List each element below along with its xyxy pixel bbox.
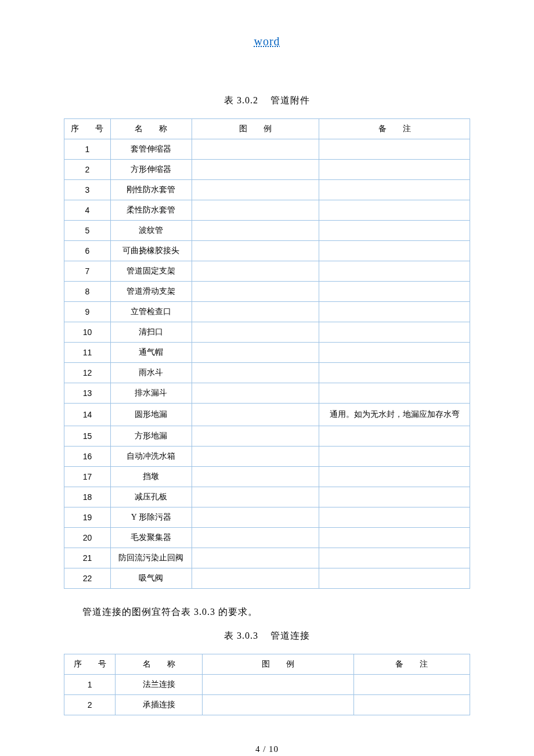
cell-note — [319, 528, 470, 548]
cell-note — [319, 363, 470, 383]
cell-num: 15 — [64, 426, 111, 447]
table-row: 6可曲挠橡胶接头 — [64, 241, 470, 261]
table-row: 18减压孔板 — [64, 487, 470, 507]
cell-num: 18 — [64, 487, 111, 507]
cell-num: 5 — [64, 221, 111, 241]
cell-name: 毛发聚集器 — [110, 528, 192, 548]
header-note: 备 注 — [319, 119, 470, 139]
cell-name: 挡墩 — [110, 467, 192, 487]
cell-note — [319, 383, 470, 404]
cell-figure — [192, 404, 319, 426]
header-num: 序 号 — [64, 119, 111, 139]
cell-note — [353, 695, 470, 715]
table-row: 1法兰连接 — [64, 675, 470, 695]
cell-num: 19 — [64, 507, 111, 528]
table-row: 10清扫口 — [64, 322, 470, 343]
cell-note — [353, 675, 470, 695]
cell-note — [319, 139, 470, 160]
table-row: 2承插连接 — [64, 695, 470, 715]
cell-name: 清扫口 — [110, 322, 192, 343]
cell-figure — [192, 528, 319, 548]
cell-name: 通气帽 — [110, 343, 192, 363]
cell-num: 8 — [64, 282, 111, 302]
cell-num: 3 — [64, 180, 111, 200]
cell-num: 1 — [64, 139, 111, 160]
table-header-row: 序 号 名 称 图 例 备 注 — [64, 654, 470, 675]
cell-num: 13 — [64, 383, 111, 404]
cell-name: 吸气阀 — [110, 568, 192, 589]
cell-note — [319, 221, 470, 241]
header-note: 备 注 — [353, 654, 470, 675]
cell-num: 1 — [64, 675, 116, 695]
cell-num: 16 — [64, 447, 111, 467]
table-row: 12雨水斗 — [64, 363, 470, 383]
table-row: 13排水漏斗 — [64, 383, 470, 404]
cell-num: 14 — [64, 404, 111, 426]
cell-note — [319, 548, 470, 568]
cell-figure — [192, 282, 319, 302]
cell-note — [319, 160, 470, 180]
header-name: 名 称 — [110, 119, 192, 139]
cell-name: 管道固定支架 — [110, 261, 192, 282]
table-row: 17挡墩 — [64, 467, 470, 487]
table-1-caption: 管道附件 — [270, 95, 310, 105]
cell-note — [319, 467, 470, 487]
cell-name: 管道滑动支架 — [110, 282, 192, 302]
cell-num: 2 — [64, 695, 116, 715]
table-row: 3刚性防水套管 — [64, 180, 470, 200]
table-row: 14圆形地漏通用。如为无水封，地漏应加存水弯 — [64, 404, 470, 426]
cell-num: 21 — [64, 548, 111, 568]
table-row: 7管道固定支架 — [64, 261, 470, 282]
cell-figure — [192, 568, 319, 589]
cell-figure — [203, 675, 353, 695]
table-row: 15方形地漏 — [64, 426, 470, 447]
cell-num: 12 — [64, 363, 111, 383]
cell-num: 2 — [64, 160, 111, 180]
header-fig: 图 例 — [192, 119, 319, 139]
cell-figure — [192, 363, 319, 383]
table-row: 9立管检查口 — [64, 302, 470, 322]
header-link-text[interactable]: word — [254, 35, 280, 48]
cell-name: 刚性防水套管 — [110, 180, 192, 200]
cell-figure — [192, 548, 319, 568]
cell-name: 雨水斗 — [110, 363, 192, 383]
cell-num: 17 — [64, 467, 111, 487]
table-pipe-attachments: 序 号 名 称 图 例 备 注 1套管伸缩器2方形伸缩器3刚性防水套管4柔性防水… — [64, 118, 470, 589]
cell-figure — [192, 487, 319, 507]
table-row: 2方形伸缩器 — [64, 160, 470, 180]
cell-num: 22 — [64, 568, 111, 589]
cell-name: 套管伸缩器 — [110, 139, 192, 160]
cell-name: 法兰连接 — [116, 675, 203, 695]
cell-note — [319, 302, 470, 322]
cell-name: 立管检查口 — [110, 302, 192, 322]
cell-name: 减压孔板 — [110, 487, 192, 507]
cell-name: 圆形地漏 — [110, 404, 192, 426]
cell-figure — [192, 302, 319, 322]
cell-num: 4 — [64, 200, 111, 221]
cell-name: 波纹管 — [110, 221, 192, 241]
cell-name: 可曲挠橡胶接头 — [110, 241, 192, 261]
cell-note — [319, 568, 470, 589]
table-row: 11通气帽 — [64, 343, 470, 363]
cell-figure — [192, 180, 319, 200]
cell-note — [319, 180, 470, 200]
table-1-number: 表 3.0.2 — [224, 95, 258, 105]
cell-num: 10 — [64, 322, 111, 343]
table-row: 22吸气阀 — [64, 568, 470, 589]
cell-figure — [192, 322, 319, 343]
cell-figure — [192, 383, 319, 404]
table-1-title: 表 3.0.2 管道附件 — [0, 95, 534, 107]
table-row: 1套管伸缩器 — [64, 139, 470, 160]
table-pipe-connection: 序 号 名 称 图 例 备 注 1法兰连接2承插连接 — [64, 654, 470, 715]
cell-figure — [192, 261, 319, 282]
cell-figure — [192, 200, 319, 221]
cell-note — [319, 261, 470, 282]
mid-paragraph: 管道连接的图例宜符合表 3.0.3 的要求。 — [64, 606, 470, 618]
table-header-row: 序 号 名 称 图 例 备 注 — [64, 119, 470, 139]
table-row: 4柔性防水套管 — [64, 200, 470, 221]
cell-note — [319, 426, 470, 447]
table-2-title: 表 3.0.3 管道连接 — [0, 630, 534, 642]
cell-note — [319, 343, 470, 363]
cell-name: 方形伸缩器 — [110, 160, 192, 180]
header-num: 序 号 — [64, 654, 116, 675]
